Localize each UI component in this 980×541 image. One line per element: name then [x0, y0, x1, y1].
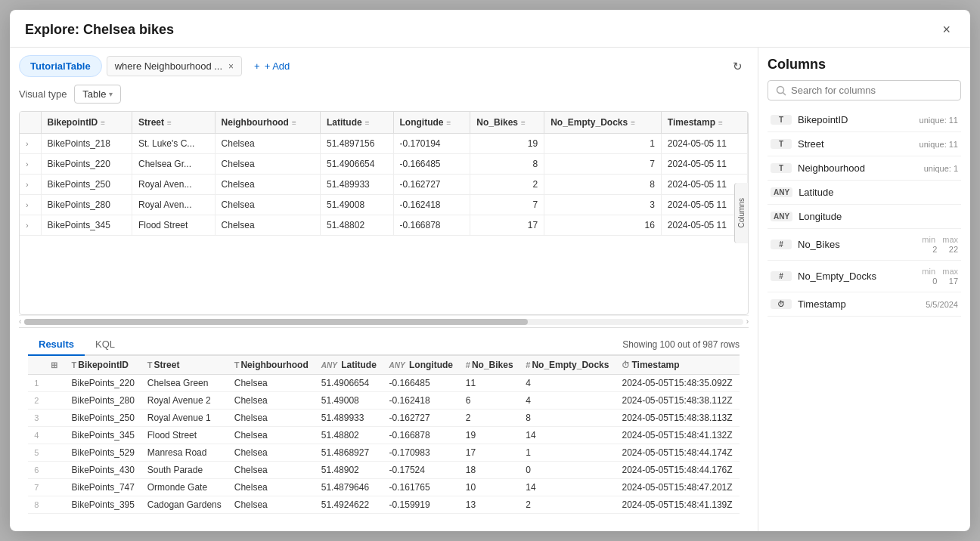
expand-cell[interactable]: › — [20, 154, 41, 175]
expand-cell[interactable]: › — [20, 215, 41, 236]
table-row: › BikePoints_218 St. Luke's C... Chelsea… — [20, 134, 748, 154]
col-type-badge: # — [771, 271, 792, 281]
row-num: 2 — [28, 392, 45, 410]
scroll-left-icon[interactable]: ‹ — [19, 317, 21, 326]
column-entry[interactable]: ANY Latitude — [768, 181, 961, 205]
expand-cell[interactable]: › — [20, 175, 41, 195]
result-latitude: 51.48802 — [315, 427, 383, 444]
cell-bikepointid: BikePoints_220 — [41, 154, 132, 175]
tab-bar: TutorialTable where Neighbourhood ... × … — [19, 55, 749, 77]
results-col-bikepointid: TBikepointID — [66, 356, 141, 375]
list-item: 3 BikePoints_250 Royal Avenue 1 Chelsea … — [28, 410, 740, 427]
cell-neighbourhood: Chelsea — [215, 195, 320, 215]
visual-type-value: Table — [82, 88, 106, 100]
cell-grid — [45, 462, 65, 479]
tab-kql[interactable]: KQL — [85, 334, 126, 356]
result-street: South Parade — [141, 462, 228, 479]
cell-timestamp: 2024-05-05 11 — [661, 154, 747, 175]
result-longitude: -0.166485 — [383, 375, 460, 392]
result-no-bikes: 17 — [460, 444, 519, 462]
result-no-bikes: 11 — [460, 375, 519, 392]
close-button[interactable]: × — [938, 20, 955, 39]
cell-latitude: 51.48802 — [321, 215, 394, 236]
visual-type-select[interactable]: Table ▾ — [74, 85, 121, 104]
refresh-button[interactable]: ↻ — [727, 57, 749, 76]
modal-title: Explore: Chelsea bikes — [25, 22, 174, 38]
results-tabs: Results KQL Showing 100 out of 987 rows — [28, 334, 740, 356]
cell-bikepointid: BikePoints_250 — [41, 175, 132, 195]
result-bikepointid: BikePoints_747 — [66, 479, 141, 496]
columns-panel-title: Columns — [768, 57, 961, 73]
col-meta: unique: 11 — [920, 116, 958, 125]
col-meta: unique: 11 — [920, 140, 958, 149]
list-item: 1 BikePoints_220 Chelsea Green Chelsea 5… — [28, 375, 740, 392]
main-table-container: BikepointID≡ Street≡ Neighbourhood≡ Lati… — [19, 111, 749, 315]
tab-filter-neighbourhood[interactable]: where Neighbourhood ... × — [107, 56, 242, 76]
col-name: No_Bikes — [798, 239, 922, 250]
columns-search-input[interactable] — [791, 85, 953, 96]
result-latitude: 51.489933 — [315, 410, 383, 427]
col-type-badge: ANY — [771, 187, 792, 197]
cell-longitude: -0.170194 — [393, 134, 470, 154]
result-latitude: 51.4868927 — [315, 444, 383, 462]
expand-cell[interactable]: › — [20, 195, 41, 215]
tab-tutorial-table[interactable]: TutorialTable — [19, 55, 102, 77]
results-table-wrap[interactable]: ⊞ TBikepointID TStreet TNeighbourhood AN… — [28, 356, 740, 524]
result-street: Ormonde Gate — [141, 479, 228, 496]
cell-grid — [45, 427, 65, 444]
results-col-grid: ⊞ — [45, 356, 65, 375]
result-timestamp: 2024-05-05T15:48:41.139Z — [616, 496, 740, 514]
results-col-longitude: ANY Longitude — [383, 356, 460, 375]
col-header-street: Street≡ — [132, 112, 215, 134]
visual-type-row: Visual type Table ▾ — [19, 85, 749, 104]
result-street: Flood Street — [141, 427, 228, 444]
chevron-down-icon: ▾ — [109, 90, 113, 98]
cell-neighbourhood: Chelsea — [215, 154, 320, 175]
result-longitude: -0.161765 — [383, 479, 460, 496]
col-type-badge: # — [771, 240, 792, 249]
results-col-neighbourhood: TNeighbourhood — [228, 356, 315, 375]
cell-no-empty-docks: 7 — [544, 154, 662, 175]
result-bikepointid: BikePoints_529 — [66, 444, 141, 462]
column-entry[interactable]: # No_Empty_Docks min max 0 17 — [768, 261, 961, 292]
results-col-latitude: ANY Latitude — [315, 356, 383, 375]
svg-line-1 — [783, 92, 786, 95]
cell-street: Royal Aven... — [132, 195, 215, 215]
col-type-badge: T — [771, 163, 792, 173]
add-button[interactable]: + + Add — [247, 57, 297, 76]
scroll-right-icon[interactable]: › — [746, 317, 749, 326]
h-scroll-track[interactable] — [24, 319, 743, 325]
column-entry[interactable]: ⏱ Timestamp 5/5/2024 — [768, 292, 961, 317]
h-scroll-thumb[interactable] — [24, 319, 527, 325]
cell-no-empty-docks: 1 — [544, 134, 662, 154]
tab-results[interactable]: Results — [28, 334, 85, 356]
cell-street: Flood Street — [132, 215, 215, 236]
left-panel: TutorialTable where Neighbourhood ... × … — [10, 48, 758, 531]
cell-bikepointid: BikePoints_218 — [41, 134, 132, 154]
sort-icon: ≡ — [101, 119, 105, 127]
results-table: ⊞ TBikepointID TStreet TNeighbourhood AN… — [28, 356, 740, 514]
sort-icon: ≡ — [167, 119, 172, 127]
col-meta-two: min max 0 17 — [922, 267, 958, 286]
plus-icon: + — [254, 60, 260, 72]
col-name: Neighbourhood — [798, 162, 924, 174]
col-name: BikepointID — [798, 114, 920, 125]
columns-sidebar-handle[interactable]: Columns — [734, 183, 748, 243]
result-longitude: -0.170983 — [383, 444, 460, 462]
column-entry[interactable]: T Neighbourhood unique: 1 — [768, 156, 961, 181]
result-street: Royal Avenue 1 — [141, 410, 228, 427]
expand-cell[interactable]: › — [20, 134, 41, 154]
filter-close-icon[interactable]: × — [228, 61, 234, 72]
sort-icon: ≡ — [631, 119, 635, 127]
row-num: 5 — [28, 444, 45, 462]
sort-icon: ≡ — [365, 119, 370, 127]
column-entry[interactable]: T Street unique: 11 — [768, 132, 961, 156]
column-entry[interactable]: T BikepointID unique: 11 — [768, 108, 961, 132]
column-entry[interactable]: ANY Longitude — [768, 205, 961, 229]
result-timestamp: 2024-05-05T15:48:47.201Z — [616, 479, 740, 496]
column-entry[interactable]: # No_Bikes min max 2 22 — [768, 229, 961, 261]
table-row: › BikePoints_220 Chelsea Gr... Chelsea 5… — [20, 154, 748, 175]
col-meta-two: min max 2 22 — [922, 235, 958, 254]
sort-icon: ≡ — [718, 119, 723, 127]
col-header-no-bikes: No_Bikes≡ — [470, 112, 544, 134]
